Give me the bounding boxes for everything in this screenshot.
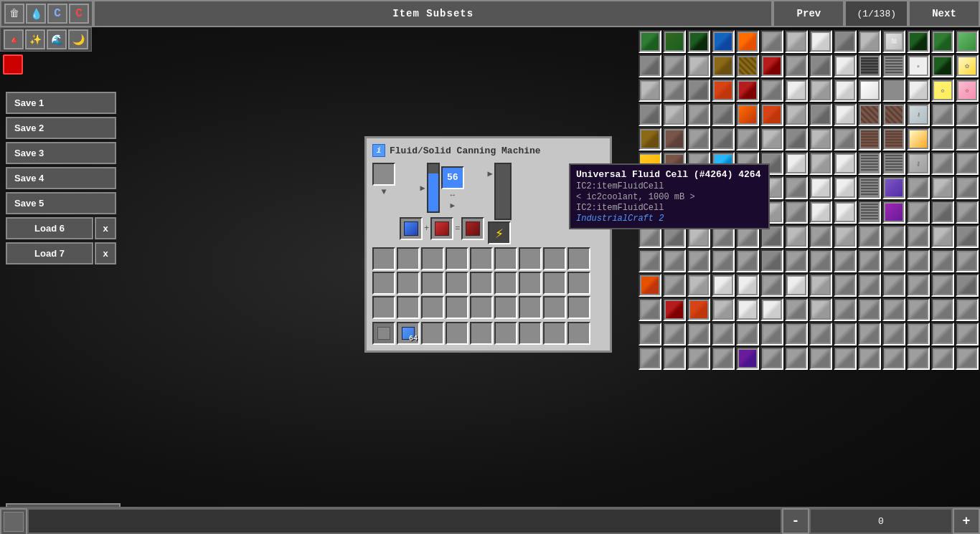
water-icon[interactable]: 💧 — [26, 4, 46, 24]
inv-slot[interactable] — [470, 272, 493, 295]
item-slot[interactable] — [882, 176, 905, 199]
wave-icon[interactable]: 🌊 — [47, 29, 67, 49]
item-slot[interactable] — [785, 274, 808, 297]
item-slot[interactable] — [834, 152, 857, 175]
item-slot[interactable] — [834, 201, 857, 224]
item-slot[interactable]: ✿ — [956, 54, 979, 77]
prev-button[interactable]: Prev — [773, 0, 844, 27]
progress-slot[interactable]: 56 — [441, 166, 464, 189]
inv-slot[interactable] — [446, 247, 468, 270]
item-slot[interactable] — [931, 201, 954, 224]
item-slot[interactable] — [809, 274, 832, 297]
hotbar-slot-8[interactable] — [543, 322, 566, 345]
item-slot[interactable] — [956, 176, 979, 199]
item-slot[interactable] — [931, 176, 954, 199]
item-slot[interactable] — [736, 128, 759, 151]
item-slot[interactable] — [663, 103, 686, 126]
item-slot[interactable] — [760, 79, 783, 102]
item-slot[interactable]: ⬜ — [882, 30, 905, 53]
item-slot[interactable] — [907, 30, 930, 53]
red-dot-icon[interactable] — [3, 54, 23, 75]
item-slot[interactable] — [834, 249, 857, 272]
item-slot[interactable] — [809, 201, 832, 224]
inv-slot[interactable] — [397, 296, 420, 319]
inv-slot[interactable] — [567, 247, 590, 270]
inv-slot[interactable] — [372, 272, 395, 295]
item-slot[interactable] — [956, 103, 979, 126]
item-slot[interactable] — [882, 298, 905, 321]
item-slot[interactable] — [858, 128, 881, 151]
item-slot[interactable] — [760, 274, 783, 297]
save-4-button[interactable]: Save 4 — [6, 167, 116, 189]
hotbar-slot-7[interactable] — [519, 322, 542, 345]
item-slot[interactable] — [882, 225, 905, 248]
item-slot[interactable] — [712, 103, 735, 126]
item-slot[interactable] — [907, 347, 930, 370]
bottom-hotbar-slot[interactable] — [0, 508, 27, 534]
inv-slot[interactable] — [494, 296, 517, 319]
item-slot[interactable] — [882, 103, 905, 126]
item-slot[interactable] — [687, 103, 710, 126]
item-slot[interactable] — [882, 347, 905, 370]
item-slot[interactable] — [882, 54, 905, 77]
item-slot[interactable] — [809, 347, 832, 370]
item-slot[interactable] — [785, 298, 808, 321]
inv-slot[interactable] — [372, 247, 395, 270]
item-slot[interactable] — [663, 54, 686, 77]
item-slot[interactable] — [931, 54, 954, 77]
hotbar-slot-4[interactable] — [446, 322, 468, 345]
item-slot[interactable] — [785, 128, 808, 151]
item-slot[interactable] — [785, 176, 808, 199]
inv-slot[interactable] — [567, 272, 590, 295]
item-slot[interactable] — [858, 298, 881, 321]
energy-slot[interactable]: ⚡ — [488, 221, 511, 244]
item-slot[interactable] — [639, 30, 661, 53]
item-slot[interactable] — [736, 54, 759, 77]
item-slot[interactable] — [687, 30, 710, 53]
item-slot[interactable] — [956, 128, 979, 151]
item-slot[interactable] — [956, 323, 979, 345]
hotbar-slot-2[interactable]: 64 — [397, 322, 420, 345]
item-slot[interactable] — [736, 274, 759, 297]
next-button[interactable]: Next — [908, 0, 980, 27]
item-slot[interactable] — [931, 323, 954, 345]
item-slot[interactable] — [956, 298, 979, 321]
item-slot[interactable] — [809, 54, 832, 77]
item-slot[interactable] — [712, 298, 735, 321]
item-slot[interactable] — [760, 30, 783, 53]
save-3-button[interactable]: Save 3 — [6, 142, 116, 164]
item-slot[interactable] — [712, 54, 735, 77]
item-slot[interactable]: ✿ — [931, 79, 954, 102]
fire-icon[interactable]: 🔺 — [4, 29, 24, 49]
input-slot-top[interactable] — [372, 163, 395, 186]
item-slot[interactable] — [907, 176, 930, 199]
item-slot[interactable] — [663, 249, 686, 272]
item-slot[interactable] — [760, 54, 783, 77]
item-slot[interactable] — [882, 323, 905, 345]
item-slot[interactable] — [687, 298, 710, 321]
item-slot[interactable] — [834, 274, 857, 297]
item-slot[interactable] — [882, 79, 905, 102]
item-slot[interactable] — [712, 30, 735, 53]
star-icon[interactable]: ✨ — [25, 29, 45, 49]
item-slot[interactable] — [931, 274, 954, 297]
item-slot[interactable] — [687, 79, 710, 102]
item-slot[interactable] — [712, 347, 735, 370]
item-slot[interactable] — [956, 152, 979, 175]
item-slot[interactable] — [809, 249, 832, 272]
item-slot[interactable] — [907, 298, 930, 321]
inv-slot[interactable] — [470, 296, 493, 319]
item-slot[interactable] — [712, 274, 735, 297]
item-slot[interactable] — [931, 128, 954, 151]
item-slot[interactable] — [809, 298, 832, 321]
item-slot[interactable] — [858, 103, 881, 126]
hotbar-slot-6[interactable] — [494, 322, 517, 345]
item-slot[interactable] — [858, 249, 881, 272]
inv-slot[interactable] — [446, 272, 468, 295]
inv-slot[interactable] — [421, 272, 444, 295]
item-slot[interactable] — [663, 298, 686, 321]
item-slot[interactable] — [931, 30, 954, 53]
hotbar-slot-1[interactable] — [372, 322, 395, 345]
item-slot[interactable] — [760, 249, 783, 272]
item-slot[interactable] — [736, 347, 759, 370]
